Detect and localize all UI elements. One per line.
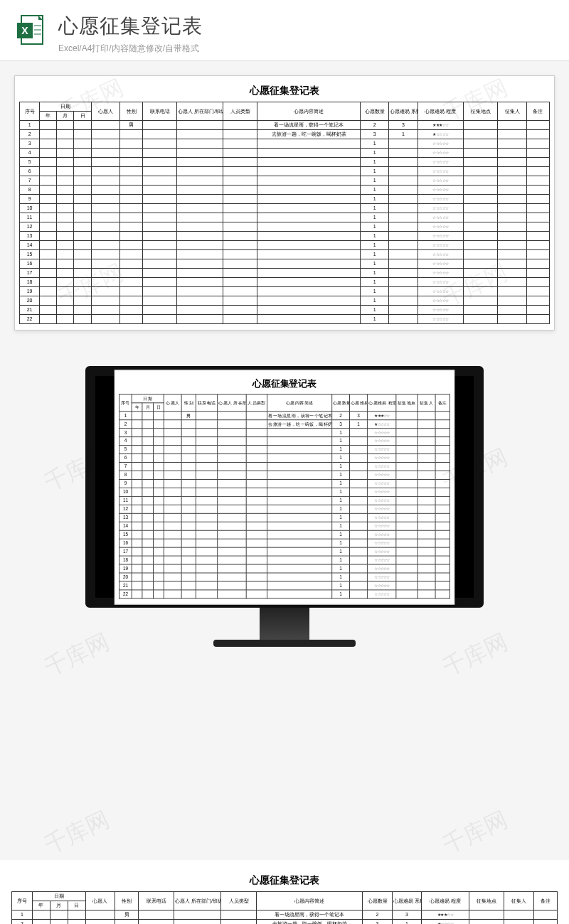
col-level: 心愿难易 程度 <box>418 102 463 121</box>
col-desc: 心愿内容简述 <box>257 102 361 121</box>
col-collector: 征集人 <box>418 394 435 411</box>
table-row: 2 去旅游一趟，吃一碗饭，喝杯奶茶31 ★☆☆☆☆ <box>20 130 550 139</box>
svg-text:X: X <box>21 25 28 36</box>
table-row: 16 1 ☆☆☆☆☆ <box>119 539 450 547</box>
table-row: 21 1 ☆☆☆☆☆ <box>119 581 450 589</box>
table-row: 4 1 ☆☆☆☆☆ <box>20 149 550 158</box>
table-row: 15 1 ☆☆☆☆☆ <box>20 250 550 259</box>
col-date: 日期 <box>132 394 164 402</box>
page-header: X 心愿征集登记表 Excel/A4打印/内容随意修改/自带格式 <box>0 0 569 61</box>
wish-table-monitor: 序号 日期 心愿人 性别 联系电话 心愿人 所在部门/班级 人员类型 心愿内容简… <box>119 394 450 598</box>
table-row: 20 1 ☆☆☆☆☆ <box>119 573 450 581</box>
col-month: 月 <box>142 402 153 411</box>
table-row: 7 1 ☆☆☆☆☆ <box>119 462 450 471</box>
col-date: 日期 <box>33 892 86 901</box>
col-day: 日 <box>74 112 91 121</box>
col-phone: 联系电话 <box>196 394 218 411</box>
table-row: 8 1 ☆☆☆☆☆ <box>119 471 450 479</box>
table-row: 19 1 ☆☆☆☆☆ <box>20 287 550 296</box>
col-person: 心愿人 <box>85 892 115 910</box>
col-dept: 心愿人 所在部门/班级 <box>177 102 223 121</box>
table-row: 14 1 ☆☆☆☆☆ <box>119 522 450 530</box>
table-row: 2 去旅游一趟，吃一碗饭，喝杯奶茶31 ★☆☆☆☆ <box>12 920 558 925</box>
monitor-base <box>213 640 356 647</box>
col-qty: 心愿数量 <box>331 394 349 411</box>
col-desc: 心愿内容简述 <box>257 892 363 910</box>
col-level: 心愿难易 程度 <box>368 394 396 411</box>
table-row: 9 1 ☆☆☆☆☆ <box>119 479 450 488</box>
excel-file-icon: X <box>14 13 48 47</box>
col-gender: 性别 <box>115 892 139 910</box>
col-loc: 征集地点 <box>469 892 504 910</box>
col-day: 日 <box>68 901 85 910</box>
table-row: 17 1 ☆☆☆☆☆ <box>119 547 450 556</box>
table-row: 5 1 ☆☆☆☆☆ <box>119 445 450 453</box>
spreadsheet-preview: 心愿征集登记表 序号 日期 心愿人 性别 联系电话 心愿人 所在部门/班级 人员… <box>14 75 555 331</box>
table-row: 22 1 ☆☆☆☆☆ <box>119 589 450 598</box>
table-row: 12 1 ☆☆☆☆☆ <box>20 222 550 232</box>
table-row: 6 1 ☆☆☆☆☆ <box>20 167 550 176</box>
table-row: 3 1 ☆☆☆☆☆ <box>20 139 550 149</box>
col-gender: 性别 <box>182 394 196 411</box>
col-collector: 征集人 <box>504 892 533 910</box>
table-row: 11 1 ☆☆☆☆☆ <box>119 496 450 505</box>
col-seq: 序号 <box>20 102 40 121</box>
col-ptype: 人员类型 <box>223 102 257 121</box>
spreadsheet-preview-monitor: 心愿征集登记表 序号 日期 心愿人 性别 联系电话 心愿人 所在部门/班级 人员… <box>115 370 454 604</box>
col-year: 年 <box>33 901 50 910</box>
table-row: 17 1 ☆☆☆☆☆ <box>20 269 550 278</box>
col-seq: 序号 <box>12 892 33 910</box>
wish-table-bottom: 序号 日期 心愿人 性别 联系电话 心愿人 所在部门/班级 人员类型 心愿内容简… <box>11 891 558 924</box>
col-seq: 序号 <box>119 394 132 411</box>
col-month: 月 <box>50 901 68 910</box>
table-row: 16 1 ☆☆☆☆☆ <box>20 259 550 269</box>
col-remark: 备注 <box>533 892 557 910</box>
table-row: 18 1 ☆☆☆☆☆ <box>119 556 450 564</box>
preview-flat: 心愿征集登记表 序号 日期 心愿人 性别 联系电话 心愿人 所在部门/班级 人员… <box>0 61 569 338</box>
col-collector: 征集人 <box>498 102 526 121</box>
table-row: 10 1 ☆☆☆☆☆ <box>20 204 550 213</box>
col-dept: 心愿人 所在部门/班级 <box>174 892 220 910</box>
watermark: 千库网 <box>39 805 115 861</box>
col-phone: 联系电话 <box>143 102 177 121</box>
table-row: 10 1 ☆☆☆☆☆ <box>119 488 450 496</box>
col-loc: 征集地点 <box>396 394 418 411</box>
table-row: 6 1 ☆☆☆☆☆ <box>119 453 450 462</box>
table-row: 1 男 看一场流星雨，获得一个笔记本23 ★★★☆☆ <box>119 411 450 419</box>
col-date: 日期 <box>40 102 91 112</box>
col-loc: 征集地点 <box>464 102 498 121</box>
col-dept: 心愿人 所在部门/班级 <box>218 394 246 411</box>
col-gender: 性别 <box>119 102 142 121</box>
page-title: 心愿征集登记表 <box>58 13 555 40</box>
col-ptype: 人员类型 <box>221 892 257 910</box>
col-year: 年 <box>132 402 142 411</box>
monitor-screen: 心愿征集登记表 序号 日期 心愿人 性别 联系电话 心愿人 所在部门/班级 人员… <box>85 366 484 608</box>
table-row: 8 1 ☆☆☆☆☆ <box>20 186 550 195</box>
col-person: 心愿人 <box>164 394 181 411</box>
table-row: 18 1 ☆☆☆☆☆ <box>20 278 550 287</box>
table-row: 3 1 ☆☆☆☆☆ <box>119 428 450 436</box>
table-row: 5 1 ☆☆☆☆☆ <box>20 158 550 167</box>
col-qty: 心愿数量 <box>363 892 392 910</box>
col-coef: 心愿难易 系数 <box>392 892 421 910</box>
sheet-title-bottom: 心愿征集登记表 <box>11 871 558 891</box>
page-subtitle: Excel/A4打印/内容随意修改/自带格式 <box>58 43 555 55</box>
col-remark: 备注 <box>435 394 450 411</box>
col-day: 日 <box>153 402 164 411</box>
col-ptype: 人员类型 <box>246 394 267 411</box>
table-row: 14 1 ☆☆☆☆☆ <box>20 241 550 250</box>
col-year: 年 <box>40 112 57 121</box>
table-row: 15 1 ☆☆☆☆☆ <box>119 530 450 539</box>
col-desc: 心愿内容简述 <box>267 394 331 411</box>
col-coef: 心愿难易 系数 <box>350 394 368 411</box>
col-coef: 心愿难易 系数 <box>389 102 418 121</box>
table-row: 4 1 ☆☆☆☆☆ <box>119 436 450 445</box>
table-row: 19 1 ☆☆☆☆☆ <box>119 564 450 573</box>
col-remark: 备注 <box>526 102 549 121</box>
table-row: 1 男 看一场流星雨，获得一个笔记本23 ★★★☆☆ <box>12 910 558 920</box>
watermark: 千库网 <box>437 805 513 861</box>
table-row: 11 1 ☆☆☆☆☆ <box>20 213 550 222</box>
col-level: 心愿难易 程度 <box>422 892 469 910</box>
col-person: 心愿人 <box>91 102 119 121</box>
monitor-mockup: 心愿征集登记表 序号 日期 心愿人 性别 联系电话 心愿人 所在部门/班级 人员… <box>0 338 569 689</box>
